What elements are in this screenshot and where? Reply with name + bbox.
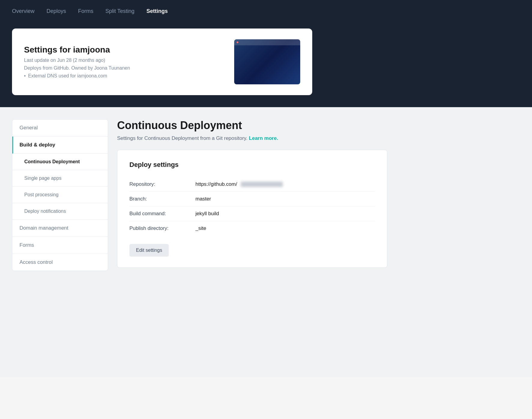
sidebar-item-single-page-apps[interactable]: Single page apps (12, 170, 108, 187)
repo-url-text: https://github.com/ (195, 181, 237, 187)
nav-forms[interactable]: Forms (78, 6, 93, 17)
nav-settings[interactable]: Settings (147, 6, 168, 17)
sidebar-item-continuous-deployment[interactable]: Continuous Deployment (12, 154, 108, 170)
branch-row: Branch: master (129, 192, 375, 206)
deploy-settings-heading: Deploy settings (129, 161, 375, 169)
site-card: Settings for iamjoona Last update on Jun… (12, 29, 312, 95)
repo-url-blurred (241, 182, 283, 187)
site-title: Settings for iamjoona (24, 45, 130, 55)
site-card-wrapper: Settings for iamjoona Last update on Jun… (0, 23, 532, 107)
deploys-from: Deploys from GitHub. Owned by Joona Tuun… (24, 65, 130, 71)
build-command-row: Build command: jekyll build (129, 206, 375, 221)
page-title: Continuous Deployment (117, 119, 520, 132)
repository-value: https://github.com/ (195, 181, 283, 187)
settings-sidebar: General Build & deploy Continuous Deploy… (12, 119, 108, 271)
deploy-settings-card: Deploy settings Repository: https://gith… (117, 150, 387, 268)
section-description: Settings for Continuous Deployment from … (117, 135, 520, 141)
repository-label: Repository: (129, 181, 189, 187)
sidebar-item-domain-management[interactable]: Domain management (12, 220, 108, 237)
sidebar-item-access-control[interactable]: Access control (12, 254, 108, 271)
preview-dot-1 (237, 41, 238, 43)
build-command-label: Build command: (129, 211, 189, 217)
nav-overview[interactable]: Overview (12, 6, 35, 17)
preview-browser-bar (234, 39, 300, 45)
publish-directory-value: _site (195, 225, 206, 231)
description-text: Settings for Continuous Deployment from … (117, 135, 247, 141)
dns-info: External DNS used for iamjoona.com (24, 73, 130, 79)
sidebar-item-build-deploy[interactable]: Build & deploy (12, 137, 108, 154)
repository-row: Repository: https://github.com/ (129, 177, 375, 192)
site-preview (234, 39, 300, 84)
nav-deploys[interactable]: Deploys (47, 6, 66, 17)
site-card-info: Settings for iamjoona Last update on Jun… (24, 45, 130, 79)
content-area: Continuous Deployment Settings for Conti… (117, 119, 520, 365)
branch-value: master (195, 196, 211, 202)
publish-directory-label: Publish directory: (129, 225, 189, 231)
last-update: Last update on Jun 28 (2 months ago) (24, 58, 130, 63)
main-content: General Build & deploy Continuous Deploy… (0, 107, 532, 377)
build-command-value: jekyll build (195, 211, 219, 217)
sidebar-item-deploy-notifications[interactable]: Deploy notifications (12, 203, 108, 220)
sidebar-item-forms[interactable]: Forms (12, 237, 108, 254)
branch-label: Branch: (129, 196, 189, 202)
edit-settings-button[interactable]: Edit settings (129, 244, 169, 257)
sidebar-item-post-processing[interactable]: Post processing (12, 187, 108, 203)
nav-split-testing[interactable]: Split Testing (105, 6, 135, 17)
publish-directory-row: Publish directory: _site (129, 221, 375, 236)
top-navigation: Overview Deploys Forms Split Testing Set… (0, 0, 532, 23)
sidebar-item-general[interactable]: General (12, 119, 108, 137)
learn-more-link[interactable]: Learn more. (249, 135, 278, 141)
